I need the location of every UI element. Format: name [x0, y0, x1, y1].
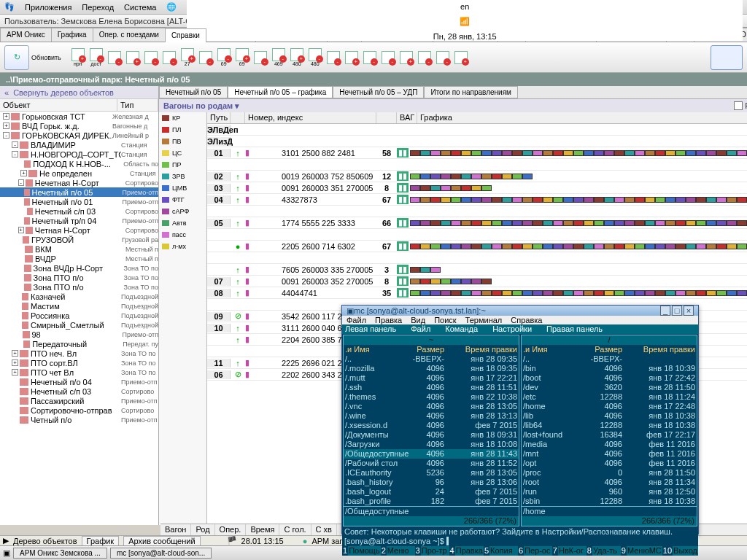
tree-row[interactable]: 98Приемо-отп: [0, 330, 158, 339]
tab-2[interactable]: Опер. с поездами: [93, 28, 166, 42]
mc-fkey-8[interactable]: 8Уда-ть: [587, 546, 621, 556]
subtab-3[interactable]: Итоги по направлениям: [424, 86, 517, 98]
toolbar-icon-16[interactable]: -: [362, 47, 378, 68]
mc-file-row[interactable]: /Загрузки4096янв 18 10:08: [344, 440, 519, 449]
status-archive-btn[interactable]: Архив сообщений: [123, 536, 200, 546]
toolbar-icon-3[interactable]: +: [125, 47, 141, 68]
tree-row[interactable]: -ГОРЬКОВСКАЯ ДИРЕК...Линейный р: [0, 131, 158, 140]
toolbar-icon-6[interactable]: +27: [179, 47, 196, 68]
mc-file-row[interactable]: .bash_profile182фев 7 2015: [344, 497, 519, 506]
wagtype-КР[interactable]: КР: [159, 112, 206, 124]
wagtype-ФТГ[interactable]: ФТГ: [159, 194, 206, 206]
grid-row[interactable]: 08↑▮4404474135▮▮: [207, 287, 747, 299]
tab-0[interactable]: АРМ Оникс: [0, 28, 52, 42]
tree-row[interactable]: +ВЧД Горьк. ж.д.Вагонные д: [0, 121, 158, 131]
mc-file-row[interactable]: /.mozilla4096янв 18 09:35: [344, 364, 519, 373]
task-terminal[interactable]: mc [sonya@alt-cloud-son...: [110, 548, 212, 559]
mc-file-row[interactable]: /opt4096фев 11 2016: [522, 459, 697, 468]
collapse-label[interactable]: Свернуть дерево объектов: [13, 88, 114, 97]
network-icon[interactable]: 📶: [460, 17, 470, 26]
wagtype-л-мх[interactable]: л-мх: [159, 241, 206, 252]
mc-file-row[interactable]: /Документы4096янв 18 09:31: [344, 430, 519, 440]
mc-fkey-6[interactable]: 6Пер-ос: [518, 546, 552, 556]
mc-file-row[interactable]: /.vnc4096янв 28 13:05: [344, 402, 519, 411]
mc-fkey-2[interactable]: 2Меню: [381, 546, 415, 556]
tree-row[interactable]: Нечетный п/о 04Приемо-отп: [0, 377, 158, 386]
mc-fkey-1[interactable]: 1Помощь: [342, 546, 381, 556]
subtab-1[interactable]: Нечетный п/о 05 – графика: [228, 86, 333, 98]
tree-row[interactable]: +Четная Н-СортСортирово: [0, 225, 158, 235]
tree-row[interactable]: Зона ВЧДр Н-СортЗона ТО по: [0, 263, 158, 273]
mc-file-row[interactable]: /..-ВВЕРХ-: [522, 354, 697, 364]
tree-row[interactable]: -Н.НОВГОРОД–СОРТ_ТСТСтанция: [0, 149, 158, 159]
tree-row[interactable]: +Горьковская ТСТЖелезная д: [0, 112, 158, 121]
toolbar-icon-5[interactable]: -: [161, 47, 177, 68]
mc-file-row[interactable]: /run960янв 28 12:50: [522, 487, 697, 497]
toolbar-icon-8[interactable]: -69: [216, 47, 232, 68]
toolbar-icon-15[interactable]: +: [344, 47, 360, 68]
grid-row[interactable]: 02↑▮0019 260003 752 85060912▮▮: [207, 171, 747, 182]
wagtype-ПР[interactable]: ПР: [159, 159, 206, 171]
mc-file-row[interactable]: /bin4096янв 18 10:39: [522, 364, 697, 373]
mc-left-panel[interactable]: ~ .и ИмяРазмерВремя правки /..-ВВЕРХ-янв…: [343, 335, 519, 526]
tree-row[interactable]: Смирный_СметлыйПодъездной: [0, 320, 158, 330]
mc-fkey-4[interactable]: 4Правка: [449, 546, 484, 556]
tree-row[interactable]: ВЧДРМестный п: [0, 254, 158, 263]
mc-menu-item[interactable]: Файл: [411, 324, 430, 334]
wagtype-ПЛ[interactable]: ПЛ: [159, 124, 206, 136]
tree-row[interactable]: +ПТО сорт.ВЛЗона ТО по: [0, 358, 158, 368]
wagtype-ПВ[interactable]: ПВ: [159, 136, 206, 147]
subtab-2[interactable]: Нечетный п/о 05 – УДП: [333, 86, 424, 98]
tree-row[interactable]: Сортировочно-отправСортирово: [0, 405, 158, 415]
mc-file-row[interactable]: .bash_logout24фев 7 2015: [344, 487, 519, 497]
tree-row[interactable]: Нечетный с/п 03Сортирово: [0, 206, 158, 216]
tree-row[interactable]: -Нечетная Н-СортСортирово: [0, 178, 158, 187]
toolbar-icon-20[interactable]: -: [435, 47, 451, 68]
mc-file-row[interactable]: /proc0янв 28 11:50: [522, 468, 697, 478]
tree-row[interactable]: Четный п/оПриемо-отп: [0, 415, 158, 424]
mc-fkey-3[interactable]: 3Про-тр: [415, 546, 449, 556]
mc-prompt[interactable]: [sonya@alt-cloud-sonya ~]$: [344, 537, 446, 545]
mc-file-row[interactable]: /.mutt4096янв 17 22:21: [344, 373, 519, 383]
toolbar-icon-10[interactable]: -: [252, 47, 268, 68]
toolbar-icon-13[interactable]: -480: [307, 47, 323, 68]
browser-icon[interactable]: 🌐: [166, 2, 177, 12]
chk-load-markup[interactable]: Разметка гружености: [734, 101, 747, 110]
grid-row[interactable]: ЭЛвДеп: [207, 124, 747, 136]
mc-file-row[interactable]: /lib6412288янв 18 10:38: [522, 421, 697, 430]
menu-system[interactable]: Система: [124, 3, 156, 12]
term-min[interactable]: _: [660, 306, 670, 316]
toolbar-icon-11[interactable]: -469: [271, 47, 287, 68]
mc-file-row[interactable]: /root4096янв 28 11:34: [522, 478, 697, 487]
tree-row[interactable]: ГРУЗОВОЙГрузовой ра: [0, 235, 158, 244]
toolbar-icon-7[interactable]: -: [198, 47, 214, 68]
mc-file-row[interactable]: /.ssh4096янв 28 11:51: [344, 383, 519, 392]
grid-row[interactable]: ↑▮7605 260003 335 2700053▮▮: [207, 264, 747, 276]
tree-row[interactable]: Нечетный тр/п 04Приемо-отп: [0, 216, 158, 225]
toolbar-icon-18[interactable]: +: [398, 47, 414, 68]
grid-row[interactable]: [207, 159, 747, 171]
mc-menu-item[interactable]: Левая панель: [345, 324, 396, 334]
tree-row[interactable]: Нечетный с/п 03Сортирово: [0, 386, 158, 396]
tree-row[interactable]: КазначейПодъездной: [0, 292, 158, 301]
menu-apps[interactable]: Приложения: [25, 3, 71, 12]
wagtype-ЦС[interactable]: ЦС: [159, 147, 206, 159]
grid-row[interactable]: ●▮2205 2600 714 630267▮▮: [207, 241, 747, 252]
toolbar-icon-1[interactable]: -дост: [88, 47, 104, 68]
mc-menu-item[interactable]: Правая панель: [546, 324, 603, 334]
toolbar-icon-9[interactable]: +69: [234, 47, 250, 68]
tree-row[interactable]: Нечетный п/о 01Приемо-отп: [0, 197, 158, 206]
toolbar-icon-19[interactable]: -: [417, 47, 433, 68]
mc-file-row[interactable]: .bash_history96янв 28 13:06: [344, 478, 519, 487]
tree-row[interactable]: РоссиянкаПодъездной: [0, 311, 158, 320]
grid-row[interactable]: 04↑▮4332787367▮▮: [207, 194, 747, 206]
mc-file-row[interactable]: /Общедоступные4096янв 28 11:43: [344, 449, 519, 459]
toolbar-icon-2[interactable]: -: [107, 47, 123, 68]
mc-file-row[interactable]: /mnt4096фев 11 2016: [522, 449, 697, 459]
mc-file-row[interactable]: /.themes4096янв 22 10:38: [344, 392, 519, 402]
mc-file-row[interactable]: /..-ВВЕРХ-янв 28 09:35: [344, 354, 519, 364]
show-desktop-icon[interactable]: ▣: [3, 548, 10, 558]
tree-row[interactable]: Зона ПТО п/оЗона ТО по: [0, 273, 158, 282]
mc-file-row[interactable]: /sbin12288янв 18 10:38: [522, 497, 697, 506]
tree-row[interactable]: -ВЛАДИМИРСтанция: [0, 140, 158, 149]
